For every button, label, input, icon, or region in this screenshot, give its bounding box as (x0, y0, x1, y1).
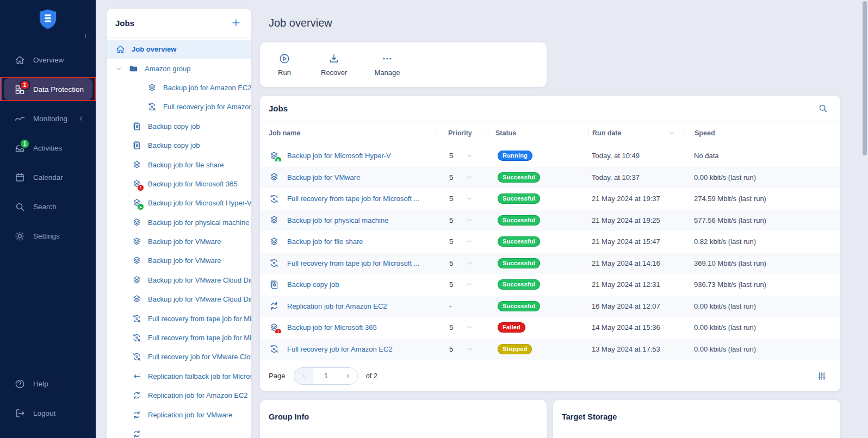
add-job-button[interactable] (231, 17, 241, 28)
collapse-chevron-left-icon[interactable] (77, 115, 85, 122)
status-badge: Successful (498, 172, 540, 183)
job-name-cell[interactable]: Backup job for physical machine (269, 215, 436, 226)
sidebar-item[interactable]: Search (0, 195, 96, 218)
column-header-run-date-label: Run date (592, 129, 621, 137)
job-type-icon-wrap (115, 44, 126, 54)
jobs-tree-item[interactable]: Backup job for Microsoft 365 (107, 174, 251, 193)
jobs-tree-item[interactable]: Backup copy job (107, 117, 251, 136)
table-row[interactable]: Full recovery job for Amazon EC2 5 Stopp… (260, 339, 840, 360)
jobs-tree-item[interactable]: Replication job for VMware (107, 405, 251, 424)
job-type-icon (132, 429, 142, 438)
sidebar-item[interactable]: 1 Activities (0, 136, 96, 160)
job-name-cell[interactable]: Backup job for Microsoft Hyper-V (269, 151, 436, 161)
sidebar-item[interactable]: Overview (0, 48, 96, 72)
job-name-cell[interactable]: Full recovery from tape job for Microsof… (269, 193, 436, 204)
page-label: Page (269, 372, 285, 380)
priority-dropdown-chevron-icon[interactable] (466, 152, 473, 159)
job-name-link[interactable]: Backup job for Microsoft 365 (287, 323, 377, 331)
job-name-cell[interactable]: Backup job for file share (269, 236, 436, 247)
jobs-tree-item[interactable]: Backup job for Amazon EC2 (107, 78, 251, 97)
expander-chevron-down-icon[interactable] (115, 65, 122, 72)
priority-dropdown-chevron-icon[interactable] (466, 346, 473, 353)
jobs-tree-item[interactable]: Full recovery job for Amazon EC2 (107, 97, 251, 116)
priority-dropdown-chevron-icon[interactable] (466, 324, 473, 331)
status-badge: Running (498, 151, 532, 161)
sidebar-item[interactable]: Monitoring (0, 107, 96, 130)
job-name-link[interactable]: Backup job for Microsoft Hyper-V (287, 152, 391, 160)
jobs-tree-item[interactable]: Full recovery job for VMware Cloud (107, 347, 251, 366)
job-type-icon (132, 294, 142, 304)
jobs-tree-item[interactable]: Full recovery from tape job for Micr (107, 328, 251, 347)
priority-cell: 5 (436, 323, 486, 331)
job-name-link[interactable]: Full recovery job for Amazon EC2 (287, 345, 393, 353)
status-cell: Successful (486, 172, 588, 183)
sidebar-item[interactable]: Calendar (0, 165, 96, 189)
search-icon[interactable] (817, 103, 828, 114)
job-name-cell[interactable]: Replication job for Amazon EC2 (269, 301, 436, 311)
job-name-cell[interactable]: Backup job for VMware (269, 172, 436, 183)
next-page-button[interactable] (338, 368, 357, 384)
priority-dropdown-chevron-icon[interactable] (466, 238, 473, 245)
job-name-link[interactable]: Replication job for Amazon EC2 (287, 302, 387, 310)
sidebar-item[interactable]: 1 Data Protection (0, 77, 96, 101)
jobs-tree-item[interactable]: Backup job for Microsoft Hyper-V (107, 193, 251, 212)
job-name-link[interactable]: Full recovery from tape job for Microsof… (287, 259, 419, 267)
scrollbar-thumb[interactable] (863, 1, 867, 155)
column-header-job-name[interactable]: Job name (269, 128, 436, 138)
toolbar-button[interactable]: Manage (374, 53, 400, 77)
job-type-icon (269, 279, 280, 290)
job-name-link[interactable]: Backup job for VMware (287, 173, 360, 182)
job-name-cell[interactable]: Full recovery job for Amazon EC2 (269, 343, 436, 354)
sidebar-item[interactable]: Settings (0, 224, 96, 248)
sidebar-footer-item[interactable]: Help (0, 372, 96, 396)
column-header-priority[interactable]: Priority (436, 128, 486, 138)
previous-page-button[interactable] (294, 368, 313, 384)
jobs-tree-item[interactable]: Backup job for VMware Cloud Direc (107, 271, 251, 290)
jobs-tree-item[interactable]: Backup job for VMware (107, 232, 251, 251)
jobs-tree-item[interactable]: Backup job for physical machine (107, 213, 251, 232)
toolbar-button[interactable]: Recover (321, 53, 347, 77)
table-row[interactable]: Backup job for Microsoft 365 5 Failed 14… (260, 317, 840, 339)
column-header-status[interactable]: Status (486, 128, 588, 138)
jobs-tree-item[interactable]: Full recovery from tape job for Micr (107, 309, 251, 328)
job-name-link[interactable]: Backup job for physical machine (287, 216, 388, 224)
job-name-link[interactable]: Backup job for file share (287, 237, 363, 246)
toolbar-button[interactable]: Run (275, 53, 294, 77)
table-row[interactable]: Full recovery from tape job for Microsof… (260, 253, 840, 274)
jobs-tree-item[interactable]: Backup job for VMware Cloud Direc (107, 290, 251, 309)
jobs-tree-item[interactable]: Backup job for file share (107, 155, 251, 174)
table-row[interactable]: Backup copy job 5 Successful 21 May 2024… (260, 274, 840, 296)
jobs-tree-item[interactable]: Backup job for VMware (107, 251, 251, 270)
jobs-tree-item[interactable]: Replication job for Amazon EC2 (107, 386, 251, 405)
table-row[interactable]: Backup job for physical machine 5 Succes… (260, 210, 840, 231)
column-header-speed[interactable]: Speed (684, 128, 832, 138)
job-name-cell[interactable]: Backup job for Microsoft 365 (269, 322, 436, 333)
job-name-link[interactable]: Full recovery from tape job for Microsof… (287, 195, 419, 203)
table-row[interactable]: Backup job for Microsoft Hyper-V 5 Runni… (260, 145, 840, 167)
table-settings-sliders-icon[interactable] (816, 371, 827, 381)
speed-cell: 936.73 Mbit/s (last run) (684, 280, 832, 289)
jobs-tree-item[interactable]: Replication failback job for Microsof (107, 367, 251, 386)
table-row[interactable]: Backup job for VMware 5 Successful Today… (260, 167, 840, 189)
table-row[interactable]: Backup job for file share 5 Successful 2… (260, 231, 840, 253)
table-row[interactable]: Replication job for Amazon EC2 - Success… (260, 296, 840, 317)
jobs-tree-item[interactable]: Amazon group (107, 59, 251, 78)
job-name-cell[interactable]: Full recovery from tape job for Microsof… (269, 258, 436, 268)
priority-dropdown-chevron-icon[interactable] (466, 260, 473, 267)
page-number-input[interactable]: 1 (313, 368, 338, 384)
jobs-tree-item[interactable]: Backup copy job (107, 136, 251, 155)
run-date-cell: 13 May 2024 at 17:53 (588, 345, 684, 353)
priority-dropdown-chevron-icon[interactable] (466, 174, 473, 181)
job-name-link[interactable]: Backup copy job (287, 280, 339, 289)
jobs-tree-item[interactable] (107, 424, 251, 438)
priority-dropdown-chevron-icon[interactable] (466, 195, 473, 202)
sidebar-item-label: Logout (33, 409, 55, 417)
sort-chevron-down-icon[interactable] (668, 130, 675, 136)
priority-dropdown-chevron-icon[interactable] (466, 217, 473, 224)
column-header-run-date[interactable]: Run date (588, 128, 684, 138)
table-row[interactable]: Full recovery from tape job for Microsof… (260, 188, 840, 210)
job-name-cell[interactable]: Backup copy job (269, 279, 436, 290)
jobs-tree-item[interactable]: Job overview (107, 40, 251, 59)
priority-dropdown-chevron-icon[interactable] (466, 281, 473, 288)
sidebar-footer-item[interactable]: Logout (0, 401, 96, 425)
